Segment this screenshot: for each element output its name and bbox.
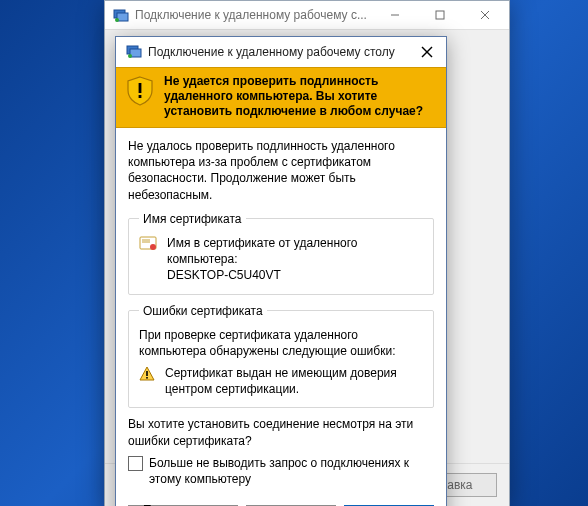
certificate-name-legend: Имя сертификата: [139, 211, 246, 227]
certificate-errors-legend: Ошибки сертификата: [139, 303, 267, 319]
rdc-app-icon: [126, 43, 142, 62]
svg-point-2: [115, 18, 119, 22]
outer-body: Подключение к удаленному рабочему столу …: [105, 29, 509, 463]
svg-rect-13: [139, 95, 142, 98]
svg-rect-12: [139, 83, 142, 93]
svg-point-17: [150, 244, 156, 250]
certificate-dialog: Подключение к удаленному рабочему столу …: [115, 36, 447, 506]
warning-triangle-icon: [139, 366, 155, 386]
dont-ask-checkbox[interactable]: [128, 456, 143, 471]
dont-ask-row: Больше не выводить запрос о подключениях…: [128, 455, 434, 487]
svg-rect-19: [146, 377, 148, 379]
certificate-icon: [139, 236, 157, 256]
certificate-errors-group: Ошибки сертификата При проверке сертифик…: [128, 303, 434, 409]
explanation-text: Не удалось проверить подлинность удаленн…: [128, 138, 434, 203]
svg-point-9: [128, 54, 132, 58]
svg-rect-18: [146, 371, 148, 376]
certificate-name-value: DESKTOP-C5U40VT: [167, 267, 423, 283]
dialog-title: Подключение к удаленному рабочему столу: [148, 45, 414, 59]
close-button[interactable]: [462, 1, 507, 29]
warning-banner: Не удается проверить подлинность удаленн…: [116, 67, 446, 128]
certificate-name-label: Имя в сертификате от удаленного компьюте…: [167, 235, 423, 267]
warning-text: Не удается проверить подлинность удаленн…: [164, 74, 436, 119]
shield-warning-icon: [126, 76, 154, 109]
rdc-window: Подключение к удаленному рабочему с... П…: [104, 0, 510, 506]
window-title: Подключение к удаленному рабочему с...: [135, 8, 372, 22]
dialog-body: Не удалось проверить подлинность удаленн…: [116, 128, 446, 499]
maximize-button[interactable]: [417, 1, 462, 29]
minimize-button[interactable]: [372, 1, 417, 29]
dialog-close-button[interactable]: [414, 39, 440, 65]
dialog-buttons: Просмотреть сертификат... Да Нет: [116, 499, 446, 506]
svg-rect-4: [436, 11, 444, 19]
dont-ask-label: Больше не выводить запрос о подключениях…: [149, 455, 434, 487]
titlebar: Подключение к удаленному рабочему с...: [105, 1, 509, 29]
connect-question: Вы хотите установить соединение несмотря…: [128, 416, 434, 448]
rdc-app-icon: [113, 7, 129, 23]
certificate-name-group: Имя сертификата Имя в сертификате от уда…: [128, 211, 434, 295]
certificate-errors-intro: При проверке сертификата удаленного комп…: [139, 327, 423, 359]
certificate-error-item: Сертификат выдан не имеющим доверия цент…: [165, 365, 423, 397]
dialog-titlebar: Подключение к удаленному рабочему столу: [116, 37, 446, 67]
